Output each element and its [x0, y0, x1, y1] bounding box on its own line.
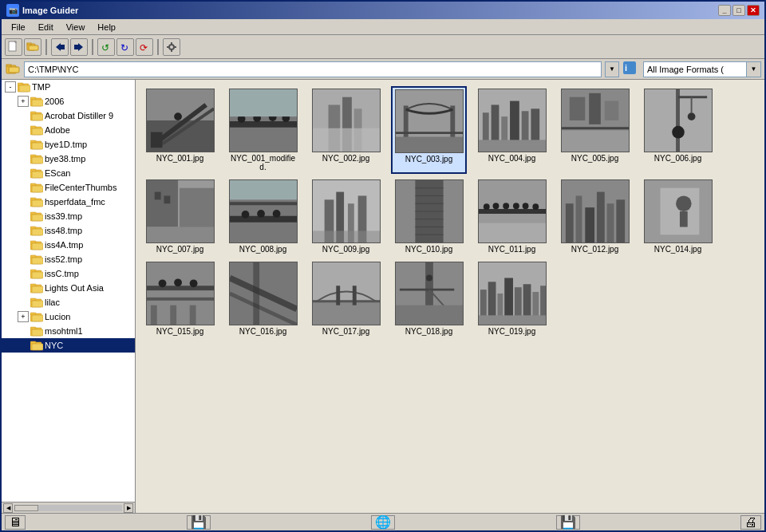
- thumbnail-NYC_017-jpg[interactable]: NYC_017.jpg: [308, 259, 384, 338]
- thumb-image-NYC_004.jpg: [478, 89, 547, 152]
- svg-point-84: [174, 112, 182, 120]
- thumbnail-NYC_014-jpg[interactable]: NYC_014.jpg: [640, 177, 716, 256]
- expander-empty: [18, 297, 29, 308]
- sidebar-scroll[interactable]: - TMP+ 2006 Acrobat Distiller 9 Adobe by…: [2, 80, 135, 502]
- svg-text:i: i: [625, 63, 627, 73]
- close-button[interactable]: ✕: [747, 5, 760, 16]
- svg-point-155: [512, 203, 519, 209]
- thumb-image-NYC_002.jpg: [312, 89, 381, 152]
- thumb-image-NYC_012.jpg: [561, 179, 630, 243]
- separator-1: [45, 39, 47, 55]
- thumbnail-NYC_003-jpg[interactable]: NYC_003.jpg: [391, 86, 467, 174]
- thumb-label-NYC_016.jpg: NYC_016.jpg: [239, 327, 286, 336]
- thumb-image-NYC_018.jpg: [395, 262, 464, 325]
- sidebar-item-msohtml1[interactable]: msohtml1: [2, 324, 135, 338]
- tool-forward[interactable]: [70, 38, 88, 56]
- svg-point-169: [676, 195, 692, 211]
- thumbnail-NYC_002-jpg[interactable]: NYC_002.jpg: [308, 86, 384, 174]
- sidebar-item-iss52.tmp[interactable]: iss52.tmp: [2, 252, 135, 266]
- thumbnail-NYC_015-jpg[interactable]: NYC_015.jpg: [142, 259, 218, 338]
- svg-point-153: [492, 203, 499, 209]
- svg-rect-177: [150, 305, 156, 325]
- sidebar-item-adobe[interactable]: Adobe: [2, 123, 135, 137]
- thumbnail-NYC_007-jpg[interactable]: NYC_007.jpg: [142, 177, 218, 256]
- thumb-image-NYC_014.jpg: [644, 179, 713, 243]
- sidebar-label: lilac: [45, 298, 60, 307]
- thumbnail-NYC_001_modified-[interactable]: NYC_001_modified.: [225, 86, 301, 174]
- thumbnail-NYC_011-jpg[interactable]: NYC_011.jpg: [474, 177, 550, 256]
- thumbnail-NYC_016-jpg[interactable]: NYC_016.jpg: [225, 259, 301, 338]
- menu-help[interactable]: Help: [91, 21, 122, 33]
- main-window: 📷 Image Guider _ □ ✕ File Edit View Help: [0, 0, 766, 532]
- thumb-label-NYC_003.jpg: NYC_003.jpg: [405, 155, 452, 164]
- svg-rect-101: [396, 137, 463, 153]
- thumb-image-NYC_015.jpg: [146, 262, 215, 325]
- expander-tmp[interactable]: -: [5, 81, 16, 93]
- sidebar-item-hsperfdata_fmc[interactable]: hsperfdata_fmc: [2, 195, 135, 209]
- sidebar-item-bye1d.tmp[interactable]: bye1D.tmp: [2, 137, 135, 152]
- menu-edit[interactable]: Edit: [32, 21, 60, 33]
- sidebar-label: Acrobat Distiller 9: [45, 111, 113, 120]
- image-grid[interactable]: NYC_001.jpg NYC_001_modified. NYC_002.jp…: [136, 80, 764, 513]
- sidebar-item-lilac[interactable]: lilac: [2, 295, 135, 309]
- sidebar-item-2006[interactable]: + 2006: [2, 94, 135, 108]
- filter-input[interactable]: [643, 61, 747, 77]
- tool-refresh3[interactable]: ⟳: [136, 38, 153, 56]
- sidebar-item-escan[interactable]: EScan: [2, 166, 135, 180]
- thumbnail-NYC_001-jpg[interactable]: NYC_001.jpg: [142, 86, 218, 174]
- svg-rect-32: [30, 126, 36, 128]
- sidebar-item-nyc[interactable]: NYC: [2, 338, 135, 353]
- sidebar-item-lights-out-asia[interactable]: Lights Out Asia: [2, 281, 135, 295]
- sidebar-item-iss48.tmp[interactable]: iss48.tmp: [2, 223, 135, 238]
- hscroll-left[interactable]: ◀: [3, 503, 13, 513]
- thumbnail-NYC_008-jpg[interactable]: NYC_008.jpg: [225, 177, 301, 256]
- svg-text:↻: ↻: [120, 42, 128, 53]
- grid-inner: NYC_001.jpg NYC_001_modified. NYC_002.jp…: [142, 86, 758, 338]
- menu-view[interactable]: View: [60, 21, 92, 33]
- sidebar-item-lucion[interactable]: + Lucion: [2, 309, 135, 324]
- sidebar-item-filecenterthumbs[interactable]: FileCenterThumbs: [2, 180, 135, 195]
- svg-rect-179: [189, 305, 195, 325]
- thumb-image-NYC_008.jpg: [229, 179, 298, 243]
- svg-rect-4: [29, 45, 38, 50]
- hscroll-right[interactable]: ▶: [124, 503, 133, 513]
- thumbnail-NYC_009-jpg[interactable]: NYC_009.jpg: [308, 177, 384, 256]
- svg-point-174: [158, 279, 166, 287]
- address-dropdown[interactable]: ▼: [605, 61, 619, 77]
- tool-settings[interactable]: [163, 38, 180, 56]
- menu-file[interactable]: File: [5, 21, 32, 33]
- tool-new[interactable]: [5, 38, 22, 56]
- sidebar-item-issc.tmp[interactable]: issC.tmp: [2, 266, 135, 281]
- sidebar-item-bye38.tmp[interactable]: bye38.tmp: [2, 152, 135, 166]
- address-input[interactable]: [24, 61, 602, 77]
- svg-point-133: [272, 210, 280, 218]
- maximize-button[interactable]: □: [732, 5, 745, 16]
- svg-rect-56: [30, 241, 36, 243]
- tool-refresh1[interactable]: ↺: [97, 38, 115, 56]
- svg-point-157: [532, 203, 539, 210]
- thumbnail-NYC_005-jpg[interactable]: NYC_005.jpg: [557, 86, 633, 174]
- thumbnail-NYC_006-jpg[interactable]: NYC_006.jpg: [640, 86, 716, 174]
- tool-back[interactable]: [51, 38, 69, 56]
- expander-lucion[interactable]: +: [18, 311, 29, 322]
- thumbnail-NYC_012-jpg[interactable]: NYC_012.jpg: [557, 177, 633, 256]
- thumbnail-NYC_018-jpg[interactable]: NYC_018.jpg: [391, 259, 467, 338]
- minimize-button[interactable]: _: [718, 5, 731, 16]
- thumb-label-NYC_004.jpg: NYC_004.jpg: [488, 154, 535, 163]
- expander-empty: [18, 239, 29, 250]
- sidebar-item-acrobat-distiller-9[interactable]: Acrobat Distiller 9: [2, 108, 135, 123]
- thumbnail-NYC_010-jpg[interactable]: NYC_010.jpg: [391, 177, 467, 256]
- sidebar-label: Lights Out Asia: [45, 283, 104, 293]
- sidebar-label: hsperfdata_fmc: [45, 197, 105, 207]
- tool-refresh2[interactable]: ↻: [116, 38, 134, 56]
- thumbnail-NYC_019-jpg[interactable]: NYC_019.jpg: [474, 259, 550, 338]
- thumbnail-NYC_004-jpg[interactable]: NYC_004.jpg: [474, 86, 550, 174]
- expander-2006[interactable]: +: [18, 96, 29, 107]
- sidebar-item-tmp[interactable]: - TMP: [2, 80, 135, 94]
- tool-open[interactable]: [24, 38, 41, 56]
- sidebar-item-iss39.tmp[interactable]: iss39.tmp: [2, 209, 135, 223]
- filter-dropdown[interactable]: ▼: [747, 61, 761, 77]
- sidebar-item-iss4a.tmp[interactable]: iss4A.tmp: [2, 238, 135, 252]
- svg-rect-170: [679, 211, 687, 227]
- svg-rect-42: [32, 171, 43, 178]
